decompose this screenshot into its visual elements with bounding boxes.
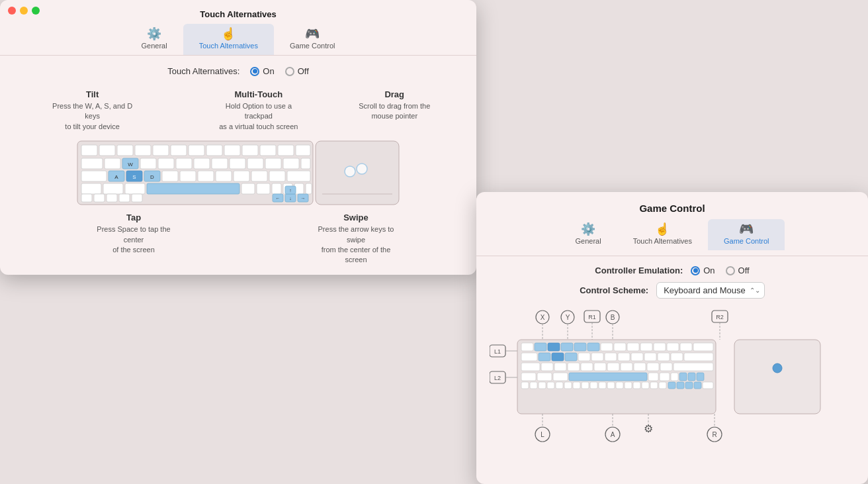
svg-rect-120 — [541, 363, 553, 371]
svg-rect-12 — [278, 145, 294, 156]
controller-radio-on-dot — [691, 266, 700, 275]
svg-rect-115 — [644, 353, 656, 361]
svg-rect-137 — [671, 373, 678, 381]
top-features-row: Tilt Press the W, A, S, and D keysto til… — [16, 89, 460, 132]
game-tab-touch[interactable]: ☝️ Touch Alternatives — [617, 219, 708, 250]
svg-rect-119 — [521, 363, 540, 371]
tab-game-control[interactable]: 🎮 Game Control — [274, 24, 351, 55]
feature-tap: Tap Press Space to tap the centerof the … — [87, 213, 180, 266]
controller-radio-on[interactable]: On — [691, 266, 715, 275]
svg-rect-36 — [180, 171, 196, 181]
svg-rect-118 — [684, 353, 713, 361]
svg-rect-102 — [654, 343, 666, 351]
svg-rect-121 — [554, 363, 566, 371]
svg-rect-134 — [569, 373, 647, 381]
svg-rect-5 — [153, 145, 169, 156]
svg-text:→: → — [301, 196, 306, 201]
svg-rect-133 — [553, 373, 568, 381]
svg-rect-9 — [224, 145, 240, 156]
svg-text:D: D — [150, 174, 154, 180]
tab-touch-alternatives[interactable]: ☝️ Touch Alternatives — [183, 24, 274, 55]
tap-title: Tap — [87, 213, 180, 222]
svg-rect-26 — [283, 158, 299, 169]
controller-radio-off-label: Off — [738, 266, 750, 275]
svg-rect-47 — [241, 183, 255, 194]
game-tab-gamecontrol[interactable]: 🎮 Game Control — [708, 219, 785, 250]
svg-rect-4 — [135, 145, 151, 156]
svg-rect-96 — [574, 343, 586, 351]
bottom-features-row: Tap Press Space to tap the centerof the … — [16, 213, 460, 266]
svg-rect-13 — [296, 145, 310, 156]
svg-rect-94 — [548, 343, 560, 351]
svg-text:R: R — [712, 431, 716, 438]
svg-point-67 — [345, 166, 355, 177]
svg-rect-127 — [634, 363, 646, 371]
touch-icon: ☝️ — [221, 28, 236, 40]
controller-diagram: X Y R1 B R2 L1 — [490, 305, 860, 451]
svg-rect-123 — [581, 363, 593, 371]
svg-rect-38 — [216, 171, 232, 181]
svg-rect-140 — [697, 373, 704, 381]
close-button[interactable] — [8, 7, 16, 15]
game-tab-game-label: Game Control — [724, 237, 769, 245]
radio-off[interactable]: Off — [285, 66, 309, 76]
svg-rect-98 — [601, 343, 613, 351]
tilt-desc: Press the W, A, S, and D keysto tilt you… — [46, 101, 139, 132]
toggle-row: Touch Alternatives: On Off — [16, 66, 460, 76]
svg-rect-160 — [685, 382, 693, 389]
svg-rect-10 — [242, 145, 258, 156]
svg-rect-108 — [552, 353, 564, 361]
tab-general[interactable]: ⚙️ General — [126, 24, 183, 55]
svg-rect-117 — [671, 353, 683, 361]
svg-rect-22 — [212, 158, 228, 169]
controller-radio-off[interactable]: Off — [726, 266, 750, 275]
svg-rect-104 — [680, 343, 692, 351]
svg-rect-154 — [633, 382, 640, 389]
game-tab-general[interactable]: ⚙️ General — [560, 219, 617, 250]
feature-swipe: Swipe Press the arrow keys to swipefrom … — [310, 213, 402, 266]
svg-rect-153 — [625, 382, 632, 389]
swipe-title: Swipe — [310, 213, 402, 222]
controller-emulation-label: Controller Emulation: — [595, 266, 683, 275]
drag-title: Drag — [359, 89, 430, 99]
trackpad-svg — [314, 140, 400, 206]
svg-rect-24 — [247, 158, 263, 169]
feature-multitouch: Multi-Touch Hold Option to use a trackpa… — [212, 89, 305, 132]
control-scheme-dropdown[interactable]: Keyboard and Mouse ⌃⌄ — [656, 282, 765, 299]
game-control-window: Game Control ⚙️ General ☝️ Touch Alterna… — [476, 192, 868, 484]
svg-rect-25 — [265, 158, 281, 169]
svg-rect-158 — [668, 382, 675, 389]
svg-rect-155 — [642, 382, 649, 389]
svg-rect-116 — [658, 353, 670, 361]
tab-game-label: Game Control — [290, 42, 335, 50]
svg-text:⚙: ⚙ — [644, 423, 653, 434]
touch-alternatives-window: Touch Alternatives ⚙️ General ☝️ Touch A… — [0, 0, 476, 275]
game-tab-touch-label: Touch Alternatives — [633, 237, 692, 245]
controller-settings: Controller Emulation: On Off Control Sch… — [476, 256, 868, 463]
control-scheme-value: Keyboard and Mouse — [664, 285, 746, 295]
controller-radio-on-label: On — [703, 266, 715, 275]
svg-rect-136 — [660, 373, 670, 381]
svg-rect-128 — [647, 363, 659, 371]
maximize-button[interactable] — [32, 7, 40, 15]
svg-rect-93 — [535, 343, 546, 351]
svg-text:Y: Y — [566, 314, 570, 321]
svg-rect-39 — [234, 171, 249, 181]
svg-rect-95 — [561, 343, 573, 351]
controller-diagram-svg: X Y R1 B R2 L1 — [490, 305, 860, 444]
svg-text:S: S — [132, 174, 136, 180]
svg-rect-53 — [81, 194, 92, 202]
game-tab-general-label: General — [576, 237, 601, 245]
svg-rect-41 — [269, 171, 285, 181]
svg-text:R2: R2 — [716, 314, 724, 320]
game-tab-bar: ⚙️ General ☝️ Touch Alternatives 🎮 Game … — [476, 219, 868, 256]
svg-rect-143 — [539, 382, 546, 389]
svg-rect-135 — [648, 373, 658, 381]
multitouch-desc: Hold Option to use a trackpadas a virtua… — [212, 101, 305, 132]
radio-on[interactable]: On — [250, 66, 274, 76]
svg-rect-57 — [132, 194, 142, 202]
svg-rect-139 — [688, 373, 695, 381]
svg-rect-6 — [171, 145, 187, 156]
minimize-button[interactable] — [20, 7, 28, 15]
feature-drag: Drag Scroll to drag from themouse pointe… — [359, 89, 430, 132]
